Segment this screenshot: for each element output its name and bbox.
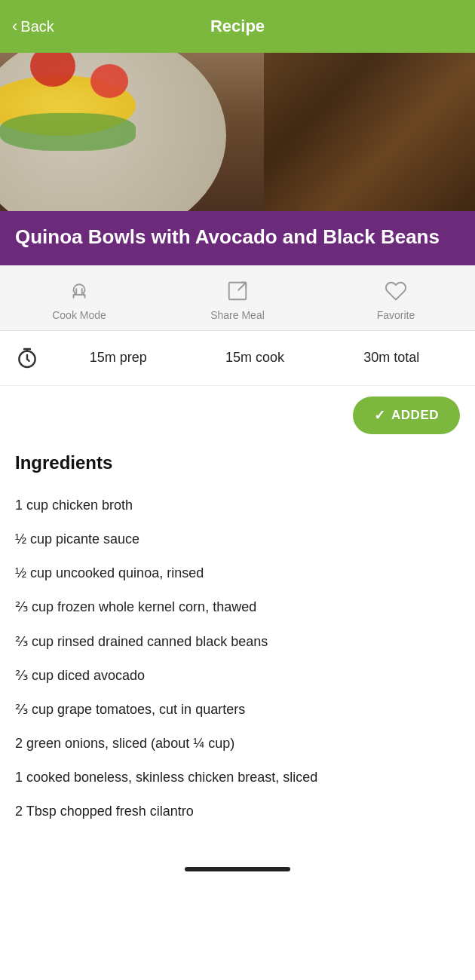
added-label: ADDED	[391, 408, 439, 423]
ingredients-list: 1 cup chicken broth½ cup picante sauce½ …	[15, 488, 460, 829]
share-icon	[224, 277, 251, 305]
bowl-shape	[0, 53, 226, 211]
action-bar: Cook Mode Share Meal Favorite	[0, 265, 475, 331]
favorite-button[interactable]: Favorite	[317, 277, 475, 321]
page-title: Recipe	[210, 17, 265, 36]
list-item: ⅔ cup frozen whole kernel corn, thawed	[15, 590, 460, 624]
chef-hat-svg	[68, 280, 90, 302]
header: ‹ Back Recipe	[0, 0, 475, 53]
list-item: ⅔ cup rinsed drained canned black beans	[15, 625, 460, 659]
bottom-pill-area	[0, 852, 475, 884]
share-svg	[226, 280, 249, 302]
heart-svg	[385, 280, 407, 302]
timer-svg	[15, 346, 39, 370]
total-time: 30m total	[323, 350, 460, 366]
prep-time: 15m prep	[50, 350, 186, 366]
home-indicator	[185, 867, 290, 871]
hero-image	[0, 53, 475, 211]
added-button[interactable]: ✓ ADDED	[353, 397, 460, 434]
recipe-title-section: Quinoa Bowls with Avocado and Black Bean…	[0, 211, 475, 265]
back-button[interactable]: ‹ Back	[12, 17, 54, 36]
cook-mode-label: Cook Mode	[52, 309, 106, 321]
list-item: ½ cup uncooked quinoa, rinsed	[15, 556, 460, 590]
list-item: ⅔ cup grape tomatoes, cut in quarters	[15, 693, 460, 727]
favorite-label: Favorite	[377, 309, 415, 321]
wood-bg	[264, 53, 475, 211]
list-item: ½ cup picante sauce	[15, 522, 460, 556]
heart-icon	[382, 277, 409, 305]
recipe-title: Quinoa Bowls with Avocado and Black Bean…	[15, 225, 460, 250]
list-item: 2 green onions, sliced (about ¼ cup)	[15, 727, 460, 761]
list-item: 1 cooked boneless, skinless chicken brea…	[15, 761, 460, 795]
checkmark-icon: ✓	[374, 407, 386, 424]
chevron-left-icon: ‹	[12, 17, 17, 36]
back-label: Back	[20, 18, 54, 35]
share-meal-label: Share Meal	[210, 309, 265, 321]
added-row: ✓ ADDED	[0, 386, 475, 446]
list-item: 2 Tbsp chopped fresh cilantro	[15, 795, 460, 828]
cook-mode-button[interactable]: Cook Mode	[0, 277, 158, 321]
list-item: ⅔ cup diced avocado	[15, 659, 460, 693]
time-row: 15m prep 15m cook 30m total	[0, 331, 475, 386]
list-item: 1 cup chicken broth	[15, 488, 460, 522]
ingredients-section: Ingredients 1 cup chicken broth½ cup pic…	[0, 446, 475, 852]
timer-icon	[15, 346, 39, 370]
tomato-shape-2	[90, 64, 128, 98]
chef-hat-icon	[66, 277, 93, 305]
greens-shape	[0, 113, 136, 151]
cook-time: 15m cook	[186, 350, 323, 366]
ingredients-title: Ingredients	[15, 452, 460, 473]
share-meal-button[interactable]: Share Meal	[158, 277, 317, 321]
